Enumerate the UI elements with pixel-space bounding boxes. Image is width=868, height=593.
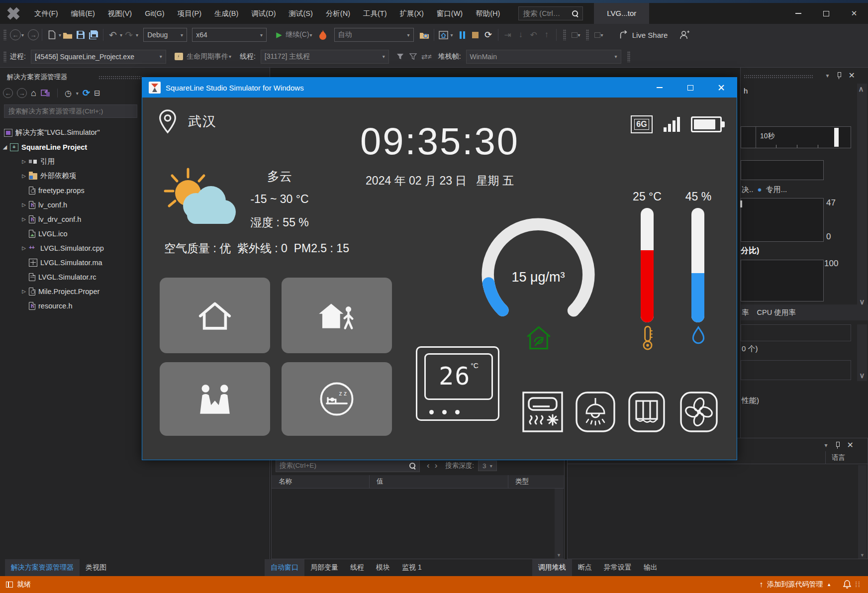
continue-dropdown[interactable]: ▾ — [310, 32, 312, 38]
stop-button[interactable] — [469, 27, 482, 42]
se-pending-changes-button[interactable]: ◷ — [65, 89, 72, 98]
restart-button[interactable]: ⟳ — [482, 27, 495, 42]
column-name[interactable]: 名称 — [272, 477, 369, 486]
se-refresh-button[interactable]: ⟳ — [83, 88, 90, 99]
scene-home-button[interactable] — [160, 278, 270, 353]
autos-scrollbar[interactable]: ▼ — [555, 489, 563, 559]
pin-icon[interactable] — [835, 442, 840, 449]
menu-help[interactable]: 帮助(H) — [469, 6, 506, 21]
redo-dropdown[interactable]: ▾ — [136, 32, 138, 38]
tab-solution-explorer[interactable]: 解决方案资源管理器 — [5, 559, 80, 576]
menu-window[interactable]: 窗口(W) — [430, 6, 469, 21]
tab-callstack[interactable]: 调用堆栈 — [532, 559, 572, 576]
close-button[interactable]: ✕ — [840, 3, 868, 24]
se-pending-caret[interactable]: ▾ — [76, 91, 79, 96]
scene-sleep-button[interactable]: z z — [282, 362, 392, 436]
browse-folder-button[interactable] — [418, 27, 431, 42]
scroll-up-chevron[interactable]: ∧ — [857, 85, 866, 94]
debug-target-combo[interactable]: 自动 ▾ — [334, 28, 414, 42]
simulator-titlebar[interactable]: SquareLine Studio Simulator for Windows … — [142, 78, 737, 98]
new-file-button[interactable] — [45, 27, 58, 42]
process-combo[interactable]: [45456] SquareLine_Project.exe ▾ — [31, 50, 166, 64]
undo-button[interactable]: ↶ — [106, 27, 119, 42]
column-type[interactable]: 类型 — [508, 477, 529, 486]
toolbar-grip-2[interactable] — [563, 29, 566, 40]
add-to-source-control-button[interactable]: 添加到源代码管理 — [767, 580, 823, 589]
collapsed-arrow-icon[interactable]: ▷ — [20, 216, 28, 222]
windows-dropdown[interactable]: ▾ — [451, 32, 453, 38]
tab-watch1[interactable]: 监视 1 — [396, 559, 428, 576]
step-over-button[interactable]: ↶ — [527, 27, 540, 42]
send-feedback-button[interactable] — [678, 27, 691, 42]
pause-button[interactable] — [456, 27, 469, 42]
minimize-button[interactable] — [784, 3, 812, 24]
se-back-button[interactable]: ← — [3, 88, 13, 98]
se-sync-with-editor-button[interactable] — [40, 89, 50, 98]
lifecycle-events-button[interactable]: 生命周期事件 ▾ — [173, 49, 233, 64]
step-out-button[interactable]: ↑ — [540, 27, 553, 42]
lamp-button[interactable] — [575, 391, 616, 433]
autos-prev-button[interactable]: ‹ — [427, 461, 430, 471]
expanded-arrow-icon[interactable]: ◢ — [1, 144, 9, 150]
step-into-button[interactable]: ↓ — [514, 27, 527, 42]
ac-button[interactable] — [522, 391, 564, 433]
fan-button[interactable] — [679, 391, 718, 433]
callstack-scrollbar[interactable]: ▼ — [858, 465, 867, 559]
collapsed-arrow-icon[interactable]: ▷ — [20, 289, 28, 294]
quick-search-input[interactable]: 搜索 (Ctrl… — [518, 6, 583, 20]
maximize-button[interactable] — [812, 3, 840, 24]
menu-extensions[interactable]: 扩展(X) — [393, 6, 430, 21]
tab-class-view[interactable]: 类视图 — [80, 559, 112, 576]
simulator-maximize-button[interactable] — [675, 78, 706, 98]
scroll-down-icon[interactable]: ▼ — [860, 553, 865, 558]
suspend-threads-button[interactable]: ⇄≠ — [420, 49, 433, 64]
thread-combo[interactable]: [31172] 主线程 ▾ — [261, 50, 389, 64]
autos-next-button[interactable]: › — [435, 461, 438, 471]
collapsed-arrow-icon[interactable]: ▷ — [20, 159, 28, 164]
close-icon[interactable]: ✕ — [849, 71, 855, 80]
se-forward-button[interactable]: → — [17, 88, 27, 98]
diag-cpu-tab[interactable]: CPU 使用率 — [757, 308, 796, 317]
tab-exception-settings[interactable]: 异常设置 — [598, 559, 638, 576]
debug-toolbar-grip-2[interactable] — [627, 51, 630, 62]
platform-combo[interactable]: x64 ▾ — [192, 28, 267, 42]
menu-project[interactable]: 项目(P) — [171, 6, 208, 21]
window-position-dropdown[interactable]: ▾ — [826, 72, 829, 79]
source-control-caret[interactable]: ▲ — [827, 582, 831, 587]
notifications-bell-icon[interactable] — [843, 580, 851, 589]
diag-timeline-box[interactable]: 10秒 — [741, 126, 851, 148]
diag-scrollbar-2[interactable]: ∨ — [857, 324, 867, 381]
menu-git[interactable]: Git(G) — [138, 6, 171, 20]
solution-config-combo[interactable]: Debug ▾ — [143, 28, 187, 42]
diag-tab-fragment[interactable]: 率 — [742, 308, 749, 317]
blinds-button[interactable] — [628, 391, 666, 433]
collapsed-arrow-icon[interactable]: ▷ — [20, 202, 28, 207]
stackframe-combo[interactable]: WinMain ▾ — [466, 50, 621, 64]
autos-search-input[interactable]: 搜索(Ctrl+E) — [276, 459, 420, 472]
close-icon[interactable]: ✕ — [847, 440, 854, 450]
extra-tool-button-1[interactable]: ▾ — [570, 27, 582, 42]
simulator-close-button[interactable]: ✕ — [706, 78, 737, 98]
scroll-down-icon[interactable]: ▼ — [557, 553, 561, 558]
diag-scrollbar[interactable]: ∧ ∨ — [857, 84, 867, 307]
se-search-input[interactable]: 搜索解决方案资源管理器(Ctrl+;) — [4, 104, 137, 118]
tab-autos[interactable]: 自动窗口 — [265, 559, 304, 576]
menu-file[interactable]: 文件(F) — [28, 6, 65, 21]
collapsed-arrow-icon[interactable]: ▷ — [20, 173, 28, 179]
continue-label[interactable]: 继续(C) — [286, 30, 309, 39]
scroll-down-chevron[interactable]: ∨ — [858, 371, 867, 380]
se-home-button[interactable]: ⌂ — [31, 88, 36, 99]
tab-output[interactable]: 输出 — [638, 559, 664, 576]
toolbar-grip[interactable] — [3, 29, 6, 40]
menu-edit[interactable]: 编辑(E) — [65, 6, 101, 21]
save-button[interactable] — [74, 27, 87, 42]
menu-view[interactable]: 视图(V) — [101, 6, 138, 21]
tab-breakpoints[interactable]: 断点 — [572, 559, 598, 576]
toolbar-grip-3[interactable] — [586, 29, 589, 40]
redo-button[interactable]: ↷ — [122, 27, 135, 42]
scene-away-button[interactable] — [282, 278, 392, 353]
tab-threads[interactable]: 线程 — [344, 559, 370, 576]
timeline-slider-handle[interactable] — [834, 128, 839, 147]
search-depth-spinner[interactable]: 3 ▾ — [478, 461, 497, 471]
tab-modules[interactable]: 模块 — [370, 559, 396, 576]
